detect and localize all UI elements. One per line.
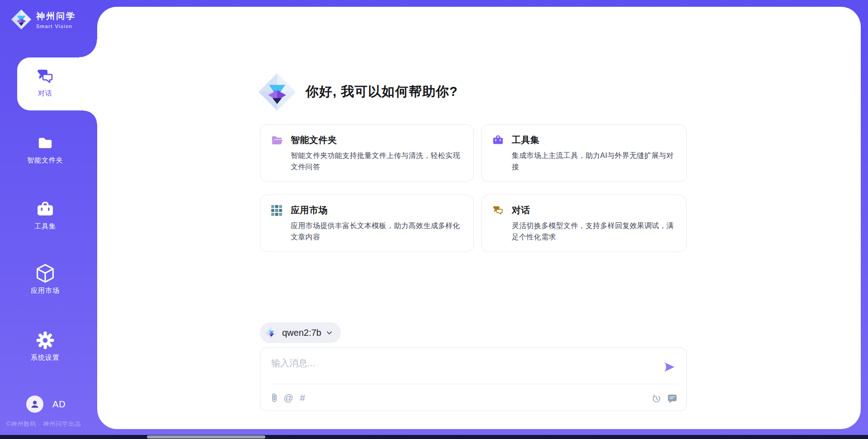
sidebar-item-settings[interactable]: 系统设置 — [0, 331, 90, 362]
active-nav-fillet-bottom — [84, 110, 97, 124]
message-input[interactable] — [271, 355, 642, 371]
gear-icon — [36, 331, 54, 349]
model-selector[interactable]: qwen2:7b — [260, 322, 341, 343]
sidebar: 神州问学 Smart Vision 对话 智能文件夹 .slot{fill:#6… — [0, 0, 97, 439]
card-title: 应用市场 — [291, 204, 328, 216]
active-nav-fillet-top — [79, 39, 97, 57]
sidebar-item-chat[interactable]: 对话 — [0, 67, 90, 98]
send-button[interactable] — [663, 361, 675, 373]
copyright: ©神州数码 · 神州问学出品 — [6, 420, 81, 428]
briefcase-icon: .slot{fill:#6c5ef3;} — [36, 200, 54, 218]
toolbox-icon — [492, 134, 504, 146]
paperclip-icon — [270, 392, 278, 404]
diamond-logo-icon — [258, 72, 297, 111]
card-app-market[interactable]: 应用市场 应用市场提供丰富长文本模板，助力高效生成多样化文章内容 — [260, 195, 474, 252]
message-composer: @ # — [260, 348, 687, 411]
model-name: qwen2:7b — [282, 328, 321, 338]
sidebar-item-app-market[interactable]: 应用市场 — [0, 264, 90, 295]
app-logo: 神州问学 Smart Vision — [11, 9, 76, 30]
sidebar-item-toolset[interactable]: .slot{fill:#6c5ef3;} 工具集 — [0, 200, 90, 231]
sidebar-item-label: 对话 — [38, 89, 52, 98]
card-smart-folder[interactable]: 智能文件夹 智能文件夹功能支持批量文件上传与清洗，轻松实现文件问答 — [260, 124, 474, 182]
send-icon — [663, 361, 675, 373]
hash-icon: # — [300, 392, 305, 404]
cube-icon — [36, 264, 55, 282]
sidebar-item-smart-folder[interactable]: 智能文件夹 — [0, 134, 90, 165]
sidebar-item-label: 系统设置 — [31, 353, 60, 362]
avatar — [26, 396, 43, 413]
card-toolset[interactable]: 工具集 集成市场上主流工具，助力AI与外界无缝扩展与对接 — [481, 124, 687, 182]
diamond-logo-icon — [11, 9, 32, 30]
horizontal-scrollbar — [0, 435, 868, 439]
card-title: 智能文件夹 — [291, 134, 337, 146]
card-title: 对话 — [512, 204, 530, 216]
chevron-down-icon — [326, 329, 333, 336]
card-title: 工具集 — [512, 134, 540, 146]
brand-title: 神州问学 — [36, 10, 76, 22]
model-logo-icon — [265, 327, 278, 339]
feature-cards: 智能文件夹 智能文件夹功能支持批量文件上传与清洗，轻松实现文件问答 工具集 集成… — [260, 124, 687, 252]
person-icon — [29, 399, 40, 410]
scrollbar-thumb[interactable] — [147, 435, 265, 439]
card-chat[interactable]: 对话 灵活切换多模型文件，支持多样回复效果调试，满足个性化需求 — [481, 195, 687, 252]
card-description: 应用市场提供丰富长文本模板，助力高效生成多样化文章内容 — [291, 220, 464, 243]
history-icon — [651, 394, 661, 404]
attachment-button[interactable] — [269, 392, 279, 404]
at-icon: @ — [283, 392, 293, 404]
card-description: 集成市场上主流工具，助力AI与外界无缝扩展与对接 — [512, 150, 677, 173]
card-description: 灵活切换多模型文件，支持多样回复效果调试，满足个性化需求 — [512, 220, 677, 243]
mention-button[interactable]: @ — [283, 392, 293, 404]
folder-icon — [38, 134, 53, 152]
card-description: 智能文件夹功能支持批量文件上传与清洗，轻松实现文件问答 — [291, 150, 464, 173]
user-account[interactable]: AD — [26, 396, 66, 413]
chat-bubbles-icon — [492, 205, 504, 216]
sidebar-item-label: 智能文件夹 — [27, 156, 63, 165]
greeting: 你好, 我可以如何帮助你? — [258, 72, 458, 111]
history-button[interactable] — [651, 393, 661, 405]
message-icon — [667, 394, 677, 404]
page-title: 你好, 我可以如何帮助你? — [306, 83, 458, 101]
brand-subtitle: Smart Vision — [36, 24, 76, 29]
sidebar-item-label: 工具集 — [34, 222, 56, 231]
user-name: AD — [52, 399, 66, 410]
sidebar-item-label: 应用市场 — [31, 286, 60, 295]
app-grid-icon — [271, 205, 283, 216]
composer-divider — [269, 384, 677, 384]
folder-open-icon — [271, 134, 283, 146]
chat-icon — [36, 67, 54, 85]
feedback-button[interactable] — [667, 393, 677, 405]
topic-button[interactable]: # — [297, 392, 307, 404]
